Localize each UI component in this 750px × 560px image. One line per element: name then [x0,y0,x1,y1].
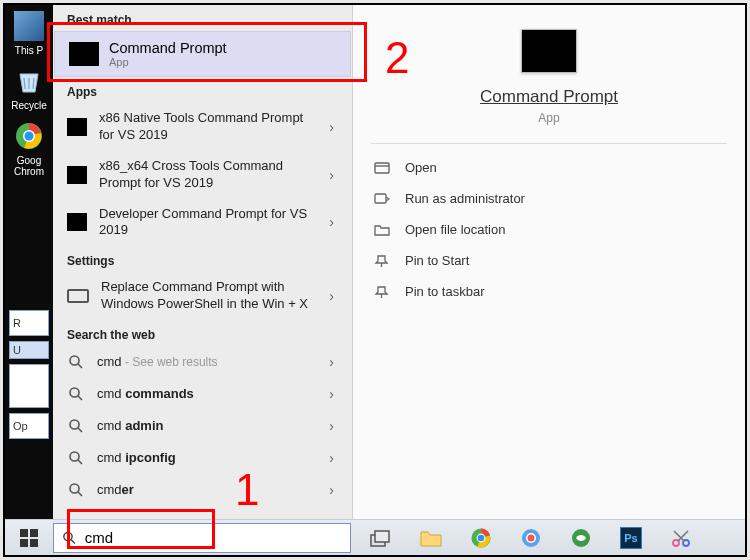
svg-line-10 [78,460,82,464]
annotation-num-2: 2 [385,33,409,83]
svg-rect-18 [30,539,38,547]
svg-point-7 [70,420,79,429]
web-result-cmd-admin[interactable]: cmd admin › [53,410,352,442]
action-pin-start[interactable]: Pin to Start [371,245,727,276]
svg-point-19 [64,532,72,540]
pin-icon [373,285,391,299]
taskbar-search-box[interactable] [53,523,351,553]
window-peek-op[interactable]: Op [9,413,49,439]
svg-point-5 [70,388,79,397]
svg-line-8 [78,428,82,432]
svg-line-20 [71,539,75,543]
taskbar-snip[interactable] [659,522,703,554]
search-icon [67,385,85,403]
search-web-header: Search the web [53,320,352,346]
svg-rect-16 [30,529,38,537]
window-icon [67,289,89,303]
taskbar-explorer[interactable] [409,522,453,554]
chevron-right-icon: › [329,354,338,370]
search-icon [67,481,85,499]
chevron-right-icon: › [329,450,338,466]
apps-header: Apps [53,77,352,103]
preview-pane: Command Prompt App Open Run as administr… [353,5,745,527]
annotation-num-1: 1 [235,465,259,515]
web-result-cmd-ipconfig[interactable]: cmd ipconfig › [53,442,352,474]
svg-rect-14 [375,194,386,203]
chevron-right-icon: › [329,167,338,183]
action-pin-taskbar[interactable]: Pin to taskbar [371,276,727,307]
svg-point-3 [70,356,79,365]
svg-point-25 [478,534,485,541]
taskbar-photoshop[interactable]: Ps [609,522,653,554]
desktop-icon-recycle[interactable]: Recycle [8,66,50,111]
svg-rect-22 [375,531,389,542]
web-result-cmder[interactable]: cmder › [53,474,352,501]
window-peek-u[interactable]: U [9,341,49,359]
chevron-right-icon: › [329,386,338,402]
pin-icon [373,254,391,268]
svg-point-28 [528,534,535,541]
app-result-developer[interactable]: Developer Command Prompt for VS 2019 › [53,199,352,247]
window-peek-r[interactable]: R [9,310,49,336]
preview-app-icon [521,29,577,73]
best-match-result[interactable]: Command Prompt App [54,31,351,77]
preview-subtitle: App [353,111,745,125]
admin-icon [373,192,391,206]
svg-point-2 [25,132,34,141]
svg-point-11 [70,484,79,493]
chevron-right-icon: › [329,119,338,135]
best-match-sub: App [109,56,227,68]
window-peek-blank[interactable] [9,364,49,408]
chevron-right-icon: › [329,288,338,304]
web-result-cmd[interactable]: cmd - See web results › [53,346,352,378]
taskbar-taskview[interactable] [359,522,403,554]
cmd-icon [67,213,87,231]
search-icon [67,449,85,467]
svg-rect-13 [375,163,389,173]
preview-title[interactable]: Command Prompt [353,87,745,107]
svg-line-6 [78,396,82,400]
cmd-icon [69,42,99,66]
svg-line-12 [78,492,82,496]
start-button[interactable] [5,520,53,555]
settings-header: Settings [53,246,352,272]
cmd-icon [67,118,87,136]
action-open-location[interactable]: Open file location [371,214,727,245]
best-match-header: Best match [53,5,352,31]
folder-icon [373,223,391,237]
svg-rect-15 [20,529,28,537]
start-search-panel: Best match Command Prompt App Apps x86 N… [53,5,353,527]
svg-line-4 [78,364,82,368]
chevron-right-icon: › [329,214,338,230]
search-icon [67,353,85,371]
search-icon [67,417,85,435]
desktop-icon-thispc[interactable]: This P [8,11,50,56]
svg-rect-17 [20,539,28,547]
search-input[interactable] [85,529,342,546]
open-icon [373,161,391,175]
search-icon [62,530,77,546]
taskbar: Ps [5,519,745,555]
taskbar-chrome[interactable] [459,522,503,554]
taskbar-browser[interactable] [509,522,553,554]
app-result-x86-x64[interactable]: x86_x64 Cross Tools Command Prompt for V… [53,151,352,199]
web-result-cmd-commands[interactable]: cmd commands › [53,378,352,410]
app-result-x86-native[interactable]: x86 Native Tools Command Prompt for VS 2… [53,103,352,151]
action-open[interactable]: Open [371,152,727,183]
cmd-icon [67,166,87,184]
desktop-strip: This P Recycle Goog Chrom [5,5,53,525]
divider [371,143,727,144]
settings-result-replace[interactable]: Replace Command Prompt with Windows Powe… [53,272,352,320]
chevron-right-icon: › [329,482,338,498]
desktop-icon-chrome[interactable]: Goog Chrom [8,121,50,177]
taskbar-app-green[interactable] [559,522,603,554]
best-match-title: Command Prompt [109,40,227,56]
desktop-windows-peek: R U Op [5,305,53,444]
chevron-right-icon: › [329,418,338,434]
action-run-admin[interactable]: Run as administrator [371,183,727,214]
svg-point-9 [70,452,79,461]
